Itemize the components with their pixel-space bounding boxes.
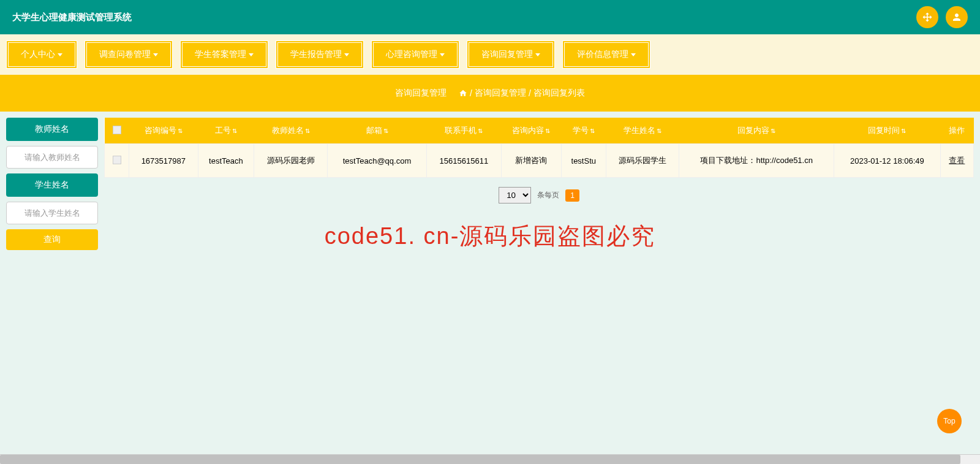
table-row: 1673517987 testTeach 源码乐园老师 testTeach@qq… [105, 144, 974, 178]
chevron-down-icon [153, 53, 158, 56]
select-all-checkbox[interactable] [113, 126, 121, 134]
td-consult-no: 1673517987 [129, 144, 198, 178]
th-job-no[interactable]: 工号 [198, 118, 254, 144]
td-teacher-name: 源码乐园老师 [254, 144, 328, 178]
th-student-name[interactable]: 学生姓名 [606, 118, 679, 144]
view-button[interactable]: 查看 [949, 156, 965, 165]
th-action: 操作 [940, 118, 973, 144]
teacher-name-label: 教师姓名 [6, 118, 98, 141]
th-reply-content[interactable]: 回复内容 [679, 118, 834, 144]
main-area: 教师姓名 学生姓名 查询 咨询编号 工号 教师姓名 邮箱 联系手机 咨询内容 学… [0, 112, 980, 256]
scroll-top-button[interactable]: Top [937, 409, 962, 433]
breadcrumb: / 咨询回复管理 / 咨询回复列表 [459, 88, 585, 99]
chevron-down-icon [535, 53, 540, 56]
nav-label: 学生报告管理 [290, 49, 342, 60]
td-reply-time: 2023-01-12 18:06:49 [834, 144, 941, 178]
breadcrumb-item[interactable]: 咨询回复管理 [475, 88, 526, 99]
nav-student-answer[interactable]: 学生答案管理 [180, 40, 268, 69]
header-actions [916, 6, 968, 28]
app-title: 大学生心理健康测试管理系统 [12, 12, 132, 23]
page-number[interactable]: 1 [565, 189, 579, 202]
breadcrumb-bar: 咨询回复管理 / 咨询回复管理 / 咨询回复列表 [0, 75, 980, 112]
nav-personal-center[interactable]: 个人中心 [6, 40, 77, 69]
nav-label: 心理咨询管理 [386, 49, 437, 60]
student-name-input[interactable] [6, 202, 98, 224]
pagination: 10 条每页 1 [104, 178, 974, 213]
scrollbar-thumb[interactable] [0, 455, 960, 464]
nav-student-report[interactable]: 学生报告管理 [276, 40, 364, 69]
td-reply-content: 项目下载地址：http://code51.cn [679, 144, 834, 178]
page-size-label: 条每页 [537, 190, 559, 200]
th-student-no[interactable]: 学号 [562, 118, 606, 144]
chevron-down-icon [58, 53, 62, 56]
td-student-name: 源码乐园学生 [606, 144, 679, 178]
student-name-label: 学生姓名 [6, 173, 98, 197]
nav-evaluation[interactable]: 评价信息管理 [562, 40, 650, 69]
th-reply-time[interactable]: 回复时间 [834, 118, 941, 144]
search-button[interactable]: 查询 [6, 229, 98, 250]
th-consult-no[interactable]: 咨询编号 [129, 118, 198, 144]
teacher-name-input[interactable] [6, 146, 98, 169]
chevron-down-icon [249, 53, 254, 56]
page-size-select[interactable]: 10 [499, 187, 531, 203]
chevron-down-icon [344, 53, 349, 56]
nav-label: 咨询回复管理 [481, 49, 533, 60]
nav-consult-reply[interactable]: 咨询回复管理 [467, 40, 555, 69]
td-job-no: testTeach [198, 144, 254, 178]
td-action: 查看 [940, 144, 973, 178]
nav-consult[interactable]: 心理咨询管理 [371, 40, 459, 69]
nav-label: 个人中心 [21, 49, 55, 60]
th-checkbox [105, 118, 129, 144]
nav-label: 评价信息管理 [577, 49, 628, 60]
th-phone[interactable]: 联系手机 [427, 118, 502, 144]
th-email[interactable]: 邮箱 [328, 118, 427, 144]
td-phone: 15615615611 [427, 144, 502, 178]
td-consult-content: 新增咨询 [501, 144, 561, 178]
td-email: testTeach@qq.com [328, 144, 427, 178]
main-nav: 个人中心 调查问卷管理 学生答案管理 学生报告管理 心理咨询管理 咨询回复管理 … [0, 34, 980, 75]
home-icon [459, 89, 467, 97]
nav-label: 学生答案管理 [195, 49, 246, 60]
content-area: 咨询编号 工号 教师姓名 邮箱 联系手机 咨询内容 学号 学生姓名 回复内容 回… [104, 118, 974, 250]
reply-table: 咨询编号 工号 教师姓名 邮箱 联系手机 咨询内容 学号 学生姓名 回复内容 回… [104, 118, 974, 178]
row-checkbox[interactable] [113, 156, 121, 164]
nav-label: 调查问卷管理 [99, 49, 151, 60]
chevron-down-icon [631, 53, 636, 56]
th-consult-content[interactable]: 咨询内容 [501, 118, 561, 144]
tools-icon[interactable] [916, 6, 938, 28]
nav-questionnaire[interactable]: 调查问卷管理 [85, 40, 173, 69]
breadcrumb-item: 咨询回复列表 [533, 88, 585, 99]
user-icon[interactable] [946, 6, 968, 28]
page-heading: 咨询回复管理 [395, 88, 447, 99]
filter-sidebar: 教师姓名 学生姓名 查询 [6, 118, 98, 250]
header: 大学生心理健康测试管理系统 [0, 0, 980, 34]
td-checkbox [105, 144, 129, 178]
chevron-down-icon [440, 53, 445, 56]
td-student-no: testStu [562, 144, 606, 178]
th-teacher-name[interactable]: 教师姓名 [254, 118, 328, 144]
horizontal-scrollbar[interactable] [0, 454, 980, 464]
